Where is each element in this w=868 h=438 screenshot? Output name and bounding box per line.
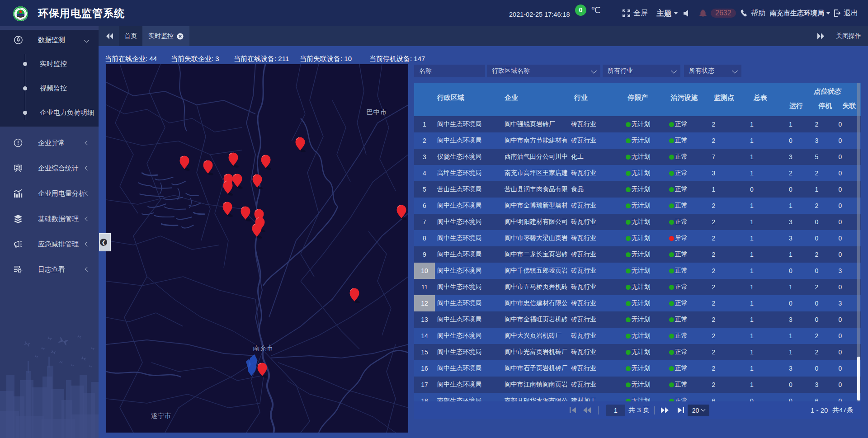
pager-divider-line — [654, 406, 655, 414]
status-dot-green — [669, 350, 674, 355]
col-header-points[interactable]: 监测点 — [706, 83, 742, 113]
page-number-value[interactable]: 1 — [606, 405, 625, 416]
col-header-industry[interactable]: 行业 — [567, 83, 613, 113]
cell-prod: 无计划 — [613, 116, 662, 132]
cell-region: 阆中生态环境局 — [435, 263, 503, 279]
sidebar-item-realtime-monitoring[interactable]: 实时监控 — [0, 52, 99, 76]
cell-industry: 食品 — [567, 181, 613, 198]
table-row-18[interactable]: 18南部生态环境局南部县砚华水泥有限公建材加工无计划正常60060 — [414, 393, 861, 401]
notifications[interactable]: 2632 — [699, 0, 736, 26]
industry-filter-select[interactable]: 所有行业 — [603, 65, 680, 77]
region-filter-select[interactable]: 行政区域名称 — [487, 65, 600, 77]
page-input[interactable]: 1 — [606, 401, 625, 419]
table-row-9[interactable]: 9阆中生态环境局阆中市二龙长宝页岩砖砖瓦行业无计划正常21120 — [414, 246, 861, 263]
table-row-11[interactable]: 11阆中生态环境局阆中市五马桥页岩机砖砖瓦行业无计划正常21120 — [414, 279, 861, 295]
page-size-select[interactable]: 20 — [688, 401, 709, 419]
sidebar-item-emergency-reduction[interactable]: 应急减排管理 — [0, 231, 99, 257]
cell-meters: 1 — [733, 328, 770, 344]
cell-idx: 3 — [414, 149, 435, 165]
scrollbar-thumb[interactable] — [857, 357, 860, 400]
table-row-12[interactable]: 12阆中生态环境局阆中市忠信建材有限公砖瓦行业无计划正常21003 — [414, 295, 861, 311]
prev-page-button[interactable] — [583, 401, 591, 419]
horn-icon — [14, 240, 23, 249]
table-row-15[interactable]: 15阆中生态环境局阆中市光富页岩机砖厂砖瓦行业无计划正常21120 — [414, 344, 861, 360]
col-header-facility[interactable]: 治污设施 — [662, 83, 706, 113]
cell-company: 阆中市金博瑞新型墙材 — [503, 198, 567, 214]
cell-region: 阆中生态环境局 — [435, 230, 503, 246]
table-row-10[interactable]: 10阆中生态环境局阆中千佛镇五郎垭页岩砖瓦行业无计划正常21003 — [414, 263, 861, 279]
help-button[interactable]: 帮助 — [741, 0, 765, 26]
col-subheader-stop[interactable]: 停机 — [813, 100, 837, 112]
table-row-3[interactable]: 3仪陇生态环境局西南油气田分公司川中化工无计划正常71350 — [414, 149, 861, 165]
sidebar-item-base-data-management[interactable]: 基础数据管理 — [0, 206, 99, 231]
cell-stop: 0 — [805, 360, 829, 377]
sidebar-item-company-abnormal[interactable]: 企业异常 — [0, 130, 99, 155]
tab-close-icon[interactable] — [177, 33, 184, 40]
table-row-6[interactable]: 6阆中生态环境局阆中市金博瑞新型墙材砖瓦行业无计划正常21120 — [414, 198, 861, 214]
table-body: 1阆中生态环境局阆中强锐页岩砖厂砖瓦行业无计划正常211202阆中生态环境局阆中… — [414, 116, 861, 401]
col-header-region[interactable]: 行政区域 — [435, 83, 503, 113]
table-row-1[interactable]: 1阆中生态环境局阆中强锐页岩砖厂砖瓦行业无计划正常21120 — [414, 116, 861, 132]
table-row-5[interactable]: 5营山生态环境局营山县润丰肉食品有限食品无计划正常10010 — [414, 181, 861, 198]
col-header-meters[interactable]: 总表 — [742, 83, 779, 113]
cell-region: 阆中生态环境局 — [435, 214, 503, 230]
tab-realtime-monitoring[interactable]: 实时监控 — [142, 26, 189, 46]
cell-industry: 砖瓦行业 — [567, 377, 613, 393]
first-page-button[interactable] — [570, 401, 576, 419]
tabs-scroll-right-button[interactable] — [817, 26, 824, 46]
cell-company: 阆中大兴页岩机砖厂 — [503, 328, 567, 344]
table-row-17[interactable]: 17阆中生态环境局阆中市江南镇阆南页岩砖瓦行业无计划正常21030 — [414, 377, 861, 393]
next-page-button[interactable] — [661, 401, 669, 419]
col-header-company[interactable]: 企业 — [503, 83, 567, 113]
cell-facility: 正常 — [656, 181, 700, 198]
table-row-2[interactable]: 2阆中生态环境局阆中市南方节能建材有砖瓦行业无计划正常21030 — [414, 132, 861, 149]
name-filter-input[interactable]: 名称 — [414, 65, 485, 77]
status-dot-red — [669, 236, 674, 241]
table-row-8[interactable]: 8阆中生态环境局阆中市枣碧大梁山页岩砖瓦行业无计划异常21300 — [414, 230, 861, 246]
cell-facility: 正常 — [656, 149, 700, 165]
page-size-value[interactable]: 20 — [688, 405, 709, 416]
tabs-scroll-left-button[interactable] — [106, 26, 113, 46]
col-subheader-run[interactable]: 运行 — [779, 100, 813, 112]
status-filter-select[interactable]: 所有状态 — [684, 65, 741, 77]
close-operations-button[interactable]: 关闭操作 — [836, 26, 861, 46]
fullscreen-button[interactable]: 全屏 — [623, 0, 648, 26]
mute-button[interactable] — [684, 0, 690, 26]
table-scrollbar[interactable] — [857, 83, 860, 401]
cell-facility: 正常 — [656, 311, 700, 328]
table-row-16[interactable]: 16阆中生态环境局阆中市石子页岩机砖厂砖瓦行业无计划正常21300 — [414, 360, 861, 377]
table-row-7[interactable]: 7阆中生态环境局阆中明阳建材有限公司砖瓦行业无计划正常21300 — [414, 214, 861, 230]
status-dot-green — [626, 350, 631, 355]
logout-button[interactable]: 退出 — [833, 0, 858, 26]
map[interactable]: 巴中市南充市遂宁市 — [106, 64, 408, 433]
sidebar-item-video-monitoring[interactable]: 视频监控 — [0, 76, 99, 100]
sidebar-item-power-usage-analysis[interactable]: 企业用电量分析 — [0, 181, 99, 206]
theme-dropdown[interactable]: 主题 — [656, 0, 678, 26]
sidebar-item-power-load-detail[interactable]: 企业电力负荷明细 — [0, 100, 99, 125]
org-dropdown[interactable]: 南充市生态环境局 — [770, 0, 830, 26]
sidebar-item-company-statistics[interactable]: 企业综合统计 — [0, 155, 99, 181]
tab-home[interactable]: 首页 — [119, 26, 142, 46]
cell-run: 0 — [774, 377, 808, 393]
status-dot-green — [669, 155, 674, 160]
table-row-14[interactable]: 14阆中生态环境局阆中大兴页岩机砖厂砖瓦行业无计划正常21120 — [414, 328, 861, 344]
cell-stop: 6 — [805, 393, 829, 401]
cell-facility: 正常 — [656, 328, 700, 344]
chevron-down-icon — [671, 68, 677, 74]
map-collapse-handle[interactable]: ❮ — [99, 233, 111, 251]
cell-facility: 正常 — [656, 214, 700, 230]
col-header-prod[interactable]: 停限产 — [613, 83, 662, 113]
status-dot-green — [626, 155, 631, 160]
logout-icon — [833, 9, 840, 17]
cell-region: 阆中生态环境局 — [435, 328, 503, 344]
table-row-4[interactable]: 4高坪生态环境局南充市高坪区王家店建砖瓦行业无计划正常31220 — [414, 165, 861, 181]
sidebar-item-data-monitoring[interactable]: 数据监测 — [0, 30, 99, 50]
cell-idx: 6 — [414, 198, 435, 214]
cell-prod: 无计划 — [613, 246, 662, 263]
pager-divider — [598, 401, 599, 419]
double-arrow-right-icon — [817, 33, 824, 39]
last-page-button[interactable] — [678, 401, 684, 419]
table-row-13[interactable]: 13阆中生态环境局阆中市金福旺页岩机砖砖瓦行业无计划正常21300 — [414, 311, 861, 328]
sidebar-item-log-view[interactable]: 日志查看 — [0, 257, 99, 282]
cell-region: 阆中生态环境局 — [435, 132, 503, 149]
